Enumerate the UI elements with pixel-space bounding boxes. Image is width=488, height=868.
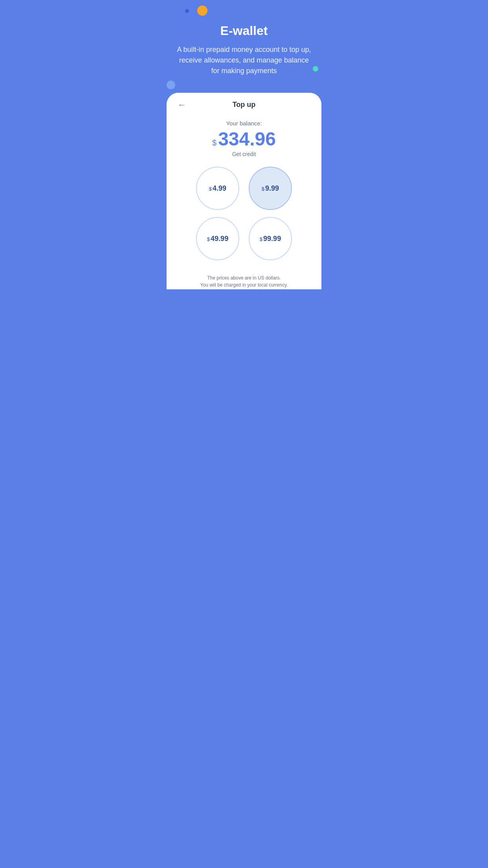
credit-option-999-price: $9.99 xyxy=(262,184,279,193)
balance-amount-display: $ 334.96 xyxy=(174,130,314,149)
credit-option-9999-price: $99.99 xyxy=(260,235,281,243)
credit-option-999[interactable]: $9.99 xyxy=(249,167,292,210)
back-button[interactable]: ← xyxy=(174,98,189,112)
card-inner: ← Top up Your balance: $ 334.96 Get cred… xyxy=(167,93,321,289)
credit-option-499[interactable]: $4.99 xyxy=(196,167,239,210)
balance-label: Your balance: xyxy=(174,120,314,127)
credit-option-4999[interactable]: $49.99 xyxy=(196,217,239,260)
balance-value: 334.96 xyxy=(218,130,276,149)
page-title: E-wallet xyxy=(174,24,314,38)
price-note-line1: The prices above are in US dollars. xyxy=(207,275,281,281)
back-icon: ← xyxy=(178,100,186,110)
page-subtitle: A built-in prepaid money account to top … xyxy=(174,44,314,76)
get-credit-link[interactable]: Get credit xyxy=(174,151,314,157)
price-note: The prices above are in US dollars. You … xyxy=(174,274,314,289)
credit-option-499-price: $4.99 xyxy=(209,184,226,193)
balance-currency: $ xyxy=(212,138,216,147)
credit-options-grid: $4.99 $9.99 $49.99 $99.99 xyxy=(196,167,292,260)
card-container: ← Top up Your balance: $ 334.96 Get cred… xyxy=(167,93,321,289)
top-up-title: Top up xyxy=(233,101,256,109)
top-up-header: ← Top up xyxy=(174,101,314,109)
header-section: E-wallet A built-in prepaid money accoun… xyxy=(163,0,325,86)
credit-option-4999-price: $49.99 xyxy=(207,235,228,243)
price-note-line2: You will be charged in your local curren… xyxy=(200,282,288,288)
balance-section: Your balance: $ 334.96 Get credit xyxy=(174,120,314,157)
credit-option-9999[interactable]: $99.99 xyxy=(249,217,292,260)
